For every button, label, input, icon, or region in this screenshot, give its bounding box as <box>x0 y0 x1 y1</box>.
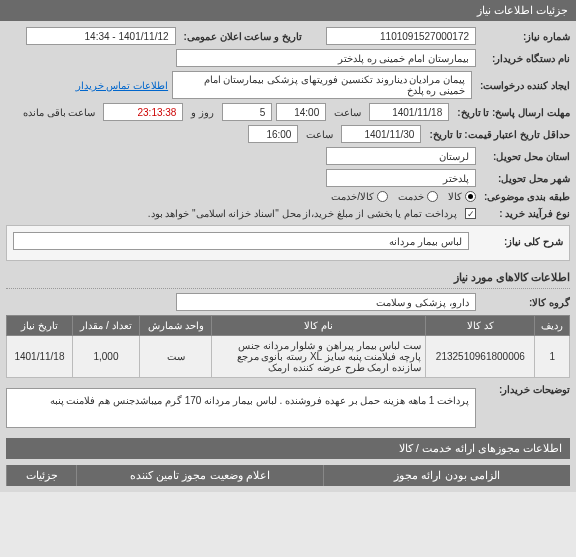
row-summary: شرح کلی نیاز: لباس بیمار مردانه <box>13 232 563 250</box>
remaining-label: ساعت باقی مانده <box>19 107 100 118</box>
city-label: شهر محل تحویل: <box>480 173 570 184</box>
th-unit: واحد شمارش <box>140 316 212 336</box>
contact-link[interactable]: اطلاعات تماس خریدار <box>76 80 169 91</box>
radio-service[interactable]: خدمت <box>398 191 438 202</box>
radio-icon <box>465 191 476 202</box>
th-qty: تعداد / مقدار <box>72 316 139 336</box>
row-deadline: مهلت ارسال پاسخ: تا تاریخ: 1401/11/18 سا… <box>6 103 570 121</box>
details-col: جزئیات <box>6 465 76 486</box>
goods-group-label: گروه کالا: <box>480 297 570 308</box>
validity-label: حداقل تاریخ اعتبار قیمت: تا تاریخ: <box>425 129 570 140</box>
day-and-label: روز و <box>187 107 218 118</box>
row-buyer-notes: توضیحات خریدار: پرداخت 1 ماهه هزینه حمل … <box>6 384 570 432</box>
radio-icon <box>427 191 438 202</box>
province-value: لرستان <box>326 147 476 165</box>
summary-label: شرح کلی نیاز: <box>473 236 563 247</box>
th-date: تاریخ نیاز <box>7 316 73 336</box>
deadline-hour: 14:00 <box>276 103 326 121</box>
day-count: 5 <box>222 103 272 121</box>
remaining-time: 23:13:38 <box>103 103 183 121</box>
radio-both-label: کالا/خدمت <box>331 191 374 202</box>
buy-type-label: نوع فرآیند خرید : <box>480 208 570 219</box>
radio-service-label: خدمت <box>398 191 424 202</box>
budget-label: طبقه بندی موضوعی: <box>480 191 570 202</box>
radio-goods-label: کالا <box>448 191 462 202</box>
cell-code: 2132510961800006 <box>426 336 535 378</box>
status-col: اعلام وضعیت مجوز تامین کننده <box>76 465 323 486</box>
status-label: اعلام وضعیت مجوز تامین کننده <box>130 469 269 481</box>
announce-label: تاریخ و ساعت اعلان عمومی: <box>180 31 302 42</box>
requester-value: پیمان مرادیان دیناروند تکنسین فوریتهای پ… <box>172 71 472 99</box>
page-header: جزئیات اطلاعات نیاز <box>0 0 576 21</box>
cell-date: 1401/11/18 <box>7 336 73 378</box>
status-bar: الزامی بودن ارائه مجوز اعلام وضعیت مجوز … <box>6 465 570 486</box>
row-buy-type: نوع فرآیند خرید : پرداخت تمام یا بخشی از… <box>6 206 570 221</box>
need-number-label: شماره نیاز: <box>480 31 570 42</box>
radio-both[interactable]: کالا/خدمت <box>331 191 388 202</box>
page-title: جزئیات اطلاعات نیاز <box>477 4 568 16</box>
details-label: جزئیات <box>26 469 58 481</box>
buy-type-note: پرداخت تمام یا بخشی از مبلغ خرید،از محل … <box>144 206 461 221</box>
requester-label: ایجاد کننده درخواست: <box>476 80 570 91</box>
province-label: استان محل تحویل: <box>480 151 570 162</box>
th-row: ردیف <box>535 316 570 336</box>
cell-unit: ست <box>140 336 212 378</box>
deadline-label: مهلت ارسال پاسخ: تا تاریخ: <box>453 107 570 118</box>
radio-goods[interactable]: کالا <box>448 191 476 202</box>
permits-title: اطلاعات مجوزهای ارائه خدمت / کالا <box>399 442 562 455</box>
row-city: شهر محل تحویل: پلدختر <box>6 169 570 187</box>
th-name: نام کالا <box>212 316 426 336</box>
announce-value: 1401/11/12 - 14:34 <box>26 27 176 45</box>
deadline-date: 1401/11/18 <box>369 103 449 121</box>
summary-box: شرح کلی نیاز: لباس بیمار مردانه <box>6 225 570 261</box>
table-row: 1 2132510961800006 ست لباس بیمار پیراهن … <box>7 336 570 378</box>
validity-date: 1401/11/30 <box>341 125 421 143</box>
row-buyer: نام دستگاه خریدار: بیمارستان امام خمینی … <box>6 49 570 67</box>
th-code: کد کالا <box>426 316 535 336</box>
hour-label-2: ساعت <box>302 129 337 140</box>
row-province: استان محل تحویل: لرستان <box>6 147 570 165</box>
buy-type-checkbox[interactable] <box>465 208 476 219</box>
table-header-row: ردیف کد کالا نام کالا واحد شمارش تعداد /… <box>7 316 570 336</box>
budget-radio-group: کالا خدمت کالا/خدمت <box>331 191 476 202</box>
row-validity: حداقل تاریخ اعتبار قیمت: تا تاریخ: 1401/… <box>6 125 570 143</box>
cell-row: 1 <box>535 336 570 378</box>
required-label: الزامی بودن ارائه مجوز <box>394 469 499 481</box>
summary-text: لباس بیمار مردانه <box>13 232 469 250</box>
cell-name: ست لباس بیمار پیراهن و شلوار مردانه جنس … <box>212 336 426 378</box>
permits-accordion[interactable]: اطلاعات مجوزهای ارائه خدمت / کالا <box>6 438 570 459</box>
cell-qty: 1,000 <box>72 336 139 378</box>
need-number-value: 1101091527000172 <box>326 27 476 45</box>
row-requester: ایجاد کننده درخواست: پیمان مرادیان دینار… <box>6 71 570 99</box>
buyer-label: نام دستگاه خریدار: <box>480 53 570 64</box>
city-value: پلدختر <box>326 169 476 187</box>
goods-table: ردیف کد کالا نام کالا واحد شمارش تعداد /… <box>6 315 570 378</box>
required-col: الزامی بودن ارائه مجوز <box>323 465 570 486</box>
goods-group-value: دارو، پزشکی و سلامت <box>176 293 476 311</box>
validity-hour: 16:00 <box>248 125 298 143</box>
hour-label-1: ساعت <box>330 107 365 118</box>
main-content: شماره نیاز: 1101091527000172 تاریخ و ساع… <box>0 21 576 492</box>
buyer-notes-text: پرداخت 1 ماهه هزینه حمل بر عهده فروشنده … <box>6 388 476 428</box>
row-budget: طبقه بندی موضوعی: کالا خدمت کالا/خدمت <box>6 191 570 202</box>
radio-icon <box>377 191 388 202</box>
row-goods-group: گروه کالا: دارو، پزشکی و سلامت <box>6 293 570 311</box>
buyer-notes-label: توضیحات خریدار: <box>480 384 570 395</box>
goods-section-title: اطلاعات کالاهای مورد نیاز <box>6 267 570 289</box>
row-need-number: شماره نیاز: 1101091527000172 تاریخ و ساع… <box>6 27 570 45</box>
buyer-value: بیمارستان امام خمینی ره پلدختر <box>176 49 476 67</box>
